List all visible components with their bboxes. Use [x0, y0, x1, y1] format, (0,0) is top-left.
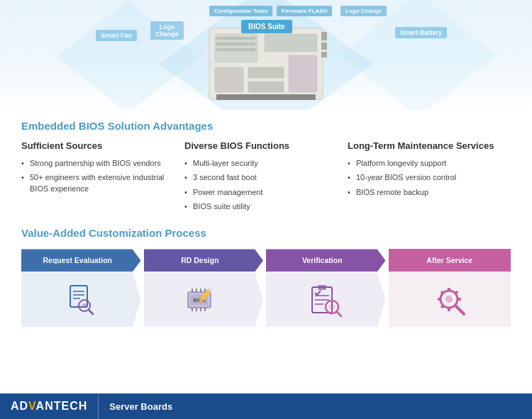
svg-rect-13 [216, 94, 316, 100]
svg-rect-36 [318, 285, 326, 290]
col-longterm: Long-Term Maintenance Services Platform … [348, 140, 511, 216]
col-sufficient-sources: Sufficient Sources Strong partnership wi… [21, 140, 184, 216]
col3-title: Long-Term Maintenance Services [348, 140, 497, 152]
svg-rect-3 [215, 67, 243, 92]
logo-change-label: LogoChange [150, 21, 184, 40]
section1: Embedded BIOS Solution Advantages Suffic… [21, 120, 511, 216]
brand-name: ADVANTECH [11, 400, 87, 413]
svg-line-19 [89, 310, 93, 314]
svg-rect-9 [216, 48, 255, 51]
step1-label: Request Evaluation [43, 256, 119, 264]
svg-point-20 [82, 303, 87, 308]
config-tools-label: Configuration Tools [209, 6, 272, 16]
svg-rect-8 [216, 43, 255, 45]
col3-item-3: BIOS remote backup [348, 187, 497, 198]
firmware-flash-label: Firmware FLASH [277, 6, 332, 16]
col3-item-2: 10-year BIOS version control [348, 172, 497, 183]
svg-rect-12 [321, 52, 327, 57]
footer-logo: ADVANTECH [0, 393, 99, 419]
col2-item-2: 3 second fast boot [184, 172, 333, 183]
col3-list: Platform longevity support 10-year BIOS … [348, 158, 497, 198]
col1-title: Sufficient Sources [21, 140, 170, 152]
col2-item-1: Multi-layer security [184, 158, 333, 169]
col1-list: Strong partnership with BIOS vendors 50+… [21, 158, 170, 194]
advantages-grid: Sufficient Sources Strong partnership wi… [21, 140, 511, 216]
svg-line-53 [457, 307, 464, 314]
step-rd-design: RD Design BIOS [144, 249, 267, 327]
col-diverse-bios: Diverse BIOS Functions Multi-layer secur… [184, 140, 348, 216]
svg-rect-6 [289, 55, 317, 92]
process-steps: Request Evaluation [21, 249, 511, 327]
svg-point-44 [445, 296, 453, 303]
logo-change-top-label: Logo Change [340, 6, 387, 16]
footer-product: Server Boards [99, 401, 172, 412]
smart-battery-label: Smart Battery [395, 27, 447, 38]
svg-rect-47 [438, 298, 441, 301]
col2-title: Diverse BIOS Functions [184, 140, 333, 152]
col2-list: Multi-layer security 3 second fast boot … [184, 158, 333, 213]
step4-label: After Service [426, 256, 472, 264]
svg-rect-10 [321, 32, 327, 40]
step1-icon [62, 280, 101, 319]
col3-item-1: Platform longevity support [348, 158, 497, 169]
step3-label: Verification [302, 256, 350, 264]
bios-suite-label: BIOS Suite [241, 20, 292, 33]
step-request-evaluation: Request Evaluation [21, 249, 144, 327]
step4-icon [430, 280, 469, 319]
svg-rect-4 [248, 67, 284, 78]
step3-icon [306, 280, 345, 319]
svg-rect-11 [321, 43, 327, 50]
footer: ADVANTECH Server Boards [0, 393, 532, 419]
diagram-section: Configuration Tools Firmware FLASH Logo … [0, 0, 532, 110]
svg-rect-5 [248, 82, 284, 92]
svg-rect-7 [216, 37, 255, 40]
brand-highlight: V [28, 400, 35, 412]
step2-label: RD Design [181, 256, 226, 264]
step-verification: Verification [266, 249, 389, 327]
step2-icon: BIOS [182, 281, 225, 317]
step-after-service: After Service [389, 249, 511, 327]
col2-item-4: BIOS suite utility [184, 201, 333, 212]
col2-item-3: Power management [184, 187, 333, 198]
svg-rect-48 [458, 298, 461, 301]
svg-rect-46 [448, 308, 450, 311]
section1-title: Embedded BIOS Solution Advantages [21, 120, 511, 132]
svg-line-41 [337, 312, 341, 316]
section2: Value-Added Customization Process Reques… [21, 227, 511, 327]
svg-rect-45 [448, 288, 450, 291]
section2-title: Value-Added Customization Process [21, 227, 511, 239]
col1-item-1: Strong partnership with BIOS vendors [21, 158, 170, 169]
svg-point-42 [329, 304, 335, 310]
col1-item-2: 50+ engineers with extensive industrial … [21, 172, 170, 194]
main-content: Embedded BIOS Solution Advantages Suffic… [0, 110, 532, 341]
svg-rect-2 [265, 34, 317, 52]
smart-fan-label: Smart Fan [96, 30, 137, 41]
